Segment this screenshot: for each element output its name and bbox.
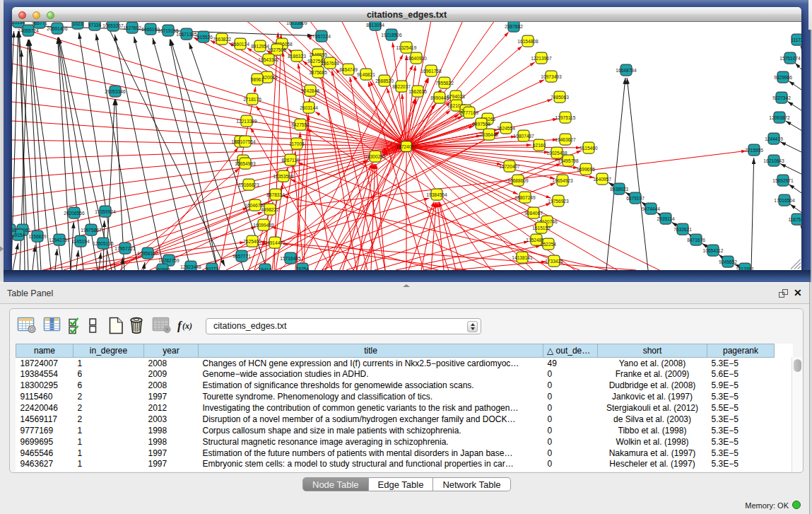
svg-text:19654983: 19654983 [235, 161, 256, 166]
svg-text:11325419: 11325419 [396, 45, 417, 50]
svg-text:19218506: 19218506 [381, 33, 402, 37]
svg-text:12213389: 12213389 [236, 119, 257, 124]
svg-text:9327505: 9327505 [268, 47, 286, 52]
svg-text:15751074: 15751074 [779, 56, 801, 61]
svg-text:1527602: 1527602 [123, 25, 141, 30]
svg-text:7663822: 7663822 [213, 37, 231, 42]
svg-text:2603144: 2603144 [300, 105, 318, 110]
svg-text:8822037: 8822037 [392, 84, 411, 89]
svg-text:14914479: 14914479 [264, 240, 286, 245]
svg-text:12975115: 12975115 [555, 115, 576, 120]
svg-text:2036448: 2036448 [480, 132, 498, 137]
svg-text:15692971: 15692971 [772, 178, 794, 183]
svg-text:9115460: 9115460 [579, 146, 598, 151]
svg-text:10653267: 10653267 [102, 23, 124, 28]
svg-text:1562635: 1562635 [408, 89, 427, 94]
svg-text:6497568: 6497568 [472, 122, 490, 127]
svg-text:252254: 252254 [541, 242, 556, 247]
svg-text:9699695: 9699695 [577, 167, 595, 172]
svg-text:2387682: 2387682 [505, 24, 523, 29]
svg-text:18640910: 18640910 [406, 56, 427, 61]
svg-text:7957224: 7957224 [312, 34, 331, 39]
svg-text:17016504: 17016504 [774, 198, 795, 203]
svg-text:1156829: 1156829 [28, 234, 47, 239]
svg-text:62160: 62160 [533, 143, 546, 148]
svg-text:12923448: 12923448 [180, 264, 201, 269]
svg-text:20691406: 20691406 [47, 26, 68, 31]
svg-text:15720407: 15720407 [499, 164, 520, 169]
svg-text:9474444: 9474444 [642, 206, 660, 211]
svg-text:(x): (x) [182, 321, 192, 331]
svg-text:2718176: 2718176 [243, 97, 261, 102]
svg-text:8186323: 8186323 [288, 54, 306, 59]
svg-text:1167533: 1167533 [788, 217, 801, 222]
svg-text:20206556: 20206556 [64, 211, 85, 216]
svg-text:9777169: 9777169 [460, 110, 478, 115]
svg-text:16961758: 16961758 [420, 69, 442, 74]
svg-text:19654923: 19654923 [552, 178, 573, 183]
svg-text:16154808: 16154808 [517, 39, 539, 44]
svg-text:12093872: 12093872 [769, 115, 790, 120]
svg-text:18724007: 18724007 [396, 144, 417, 149]
svg-text:19463627: 19463627 [555, 137, 576, 142]
svg-text:2867608: 2867608 [321, 61, 339, 66]
svg-text:8471676: 8471676 [687, 238, 705, 243]
svg-text:17359924: 17359924 [95, 209, 116, 214]
svg-text:9245652: 9245652 [719, 259, 737, 264]
svg-text:7632621: 7632621 [673, 227, 692, 232]
svg-text:18300295: 18300295 [365, 154, 386, 159]
svg-text:9329966: 9329966 [774, 75, 792, 80]
svg-text:15716485: 15716485 [280, 256, 301, 261]
svg-text:9227342: 9227342 [772, 95, 791, 100]
svg-text:7515526: 7515526 [194, 35, 213, 40]
svg-text:7485063: 7485063 [551, 95, 569, 100]
svg-text:20134: 20134 [12, 22, 25, 25]
svg-text:6794028: 6794028 [447, 94, 465, 99]
svg-text:97334: 97334 [88, 23, 102, 28]
svg-text:1640957: 1640957 [593, 177, 611, 182]
svg-text:16033809: 16033809 [286, 22, 307, 25]
svg-text:9560124: 9560124 [231, 42, 249, 47]
svg-text:3624554: 3624554 [497, 126, 515, 131]
svg-text:8813054: 8813054 [366, 23, 384, 28]
svg-text:4498222: 4498222 [261, 207, 279, 212]
svg-text:10025438: 10025438 [546, 151, 567, 156]
svg-text:19166823: 19166823 [238, 182, 259, 187]
svg-text:3215955: 3215955 [745, 148, 763, 153]
svg-text:1615152: 1615152 [532, 226, 551, 230]
svg-text:10807487: 10807487 [513, 134, 534, 139]
svg-text:16543342: 16543342 [258, 57, 279, 62]
svg-text:29053346: 29053346 [105, 89, 126, 94]
svg-text:7955822: 7955822 [435, 81, 454, 86]
svg-text:12213967: 12213967 [531, 56, 552, 61]
svg-text:1244419: 1244419 [765, 136, 783, 141]
svg-text:1023: 1023 [73, 22, 83, 26]
svg-text:14138141: 14138141 [512, 255, 533, 260]
svg-text:11353594: 11353594 [273, 174, 294, 179]
svg-text:25830: 25830 [12, 228, 16, 233]
svg-text:14055724: 14055724 [18, 28, 39, 33]
svg-text:16099489: 16099489 [253, 223, 274, 228]
svg-text:1733426: 1733426 [545, 259, 563, 264]
svg-text:8427552: 8427552 [291, 122, 310, 127]
svg-text:19975867: 19975867 [81, 228, 102, 233]
svg-text:6466160: 6466160 [141, 27, 160, 32]
svg-text:10107554: 10107554 [235, 139, 256, 144]
svg-text:19384554: 19384554 [426, 192, 447, 197]
svg-text:9242848: 9242848 [301, 88, 319, 93]
svg-text:8267110: 8267110 [281, 158, 300, 163]
svg-text:16782759: 16782759 [158, 258, 180, 263]
svg-text:8912954: 8912954 [251, 44, 269, 49]
svg-text:98961: 98961 [251, 77, 264, 82]
svg-text:6879197: 6879197 [626, 196, 645, 201]
svg-text:12942757: 12942757 [49, 238, 70, 243]
svg-text:9657771: 9657771 [233, 254, 251, 259]
svg-text:2588520: 2588520 [375, 78, 394, 83]
svg-text:8878334: 8878334 [266, 192, 285, 197]
svg-text:8454749: 8454749 [339, 67, 358, 72]
svg-text:965771: 965771 [32, 22, 47, 25]
svg-text:19756923: 19756923 [548, 199, 569, 204]
svg-text:15495798: 15495798 [558, 158, 579, 163]
svg-text:8938923: 8938923 [610, 187, 628, 192]
svg-text:16648784: 16648784 [616, 68, 637, 73]
